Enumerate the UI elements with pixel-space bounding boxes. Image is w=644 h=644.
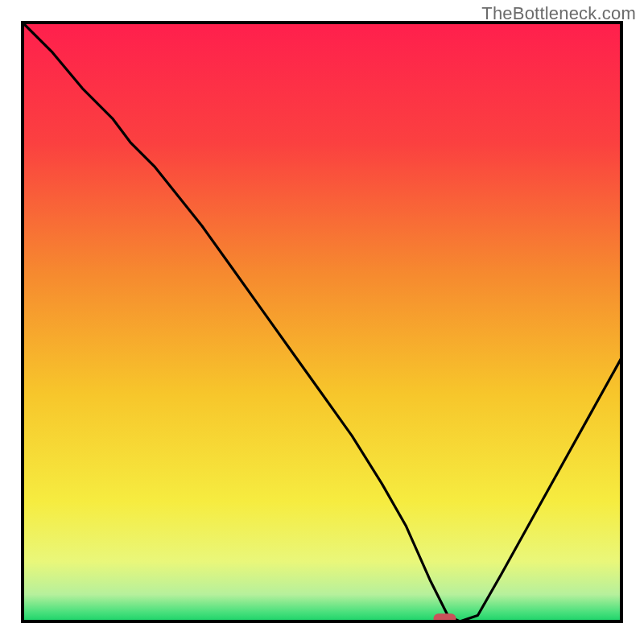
watermark-label: TheBottleneck.com xyxy=(481,3,636,24)
chart-container: TheBottleneck.com xyxy=(0,0,644,644)
chart-svg xyxy=(0,0,644,644)
gradient-background xyxy=(23,23,621,621)
plot-area xyxy=(23,23,621,623)
